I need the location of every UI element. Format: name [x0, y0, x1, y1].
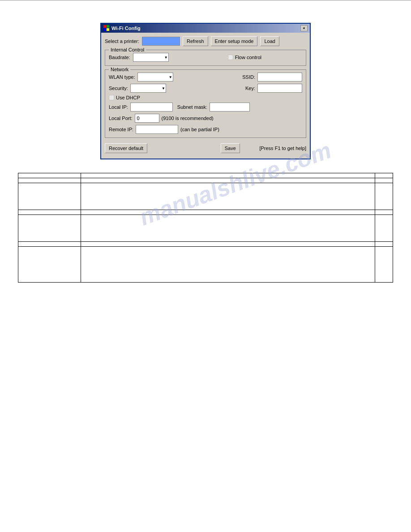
security-key-row: Security: ▼ Key: — [109, 84, 302, 93]
select-printer-label: Select a printer: — [105, 39, 139, 44]
table-row — [18, 247, 393, 283]
wifi-config-dialog: Wi-Fi Config × Select a printer: Refresh… — [100, 23, 311, 159]
ssid-field: SSID: — [242, 73, 302, 82]
key-input[interactable] — [257, 84, 302, 93]
table-cell — [18, 242, 81, 247]
flow-control-wrapper: Flow control — [228, 55, 261, 60]
local-ip-input[interactable] — [130, 103, 173, 112]
table-cell — [375, 210, 393, 215]
table-cell — [81, 242, 375, 247]
table-row — [18, 173, 393, 178]
table-cell — [81, 173, 375, 178]
recover-default-button[interactable]: Recover default — [105, 143, 147, 153]
table-cell — [18, 183, 81, 210]
ssid-label: SSID: — [242, 74, 255, 80]
wlan-type-field: WLAN type: ▼ — [109, 73, 238, 82]
enter-setup-mode-button[interactable]: Enter setup mode — [211, 36, 258, 46]
use-dhcp-label: Use DHCP — [116, 95, 140, 100]
table-cell — [375, 242, 393, 247]
table-row — [18, 183, 393, 210]
dialog-bottom-row: Recover default Save [Press F1 to get he… — [105, 142, 306, 155]
svg-rect-2 — [103, 28, 106, 31]
security-select-wrapper: ▼ — [130, 84, 166, 93]
flow-control-checkbox — [228, 55, 233, 60]
data-table — [18, 173, 393, 283]
subnet-mask-label: Subnet mask: — [177, 104, 207, 110]
titlebar-left: Wi-Fi Config — [103, 25, 141, 31]
refresh-button[interactable]: Refresh — [183, 36, 208, 46]
save-button[interactable]: Save — [221, 143, 240, 153]
wlan-ssid-row: WLAN type: ▼ SSID: — [109, 73, 302, 82]
subnet-mask-field: Subnet mask: — [177, 103, 250, 112]
table-row — [18, 210, 393, 215]
use-dhcp-wrapper: Use DHCP — [109, 95, 302, 100]
local-port-note: (9100 is recommended) — [162, 116, 214, 121]
table-cell — [18, 178, 81, 183]
local-port-input[interactable] — [135, 114, 159, 123]
key-field: Key: — [245, 84, 302, 93]
table-cell — [81, 215, 375, 242]
remote-ip-note: (can be partial IP) — [180, 127, 219, 132]
dialog-container: Wi-Fi Config × Select a printer: Refresh… — [18, 23, 393, 159]
printer-select-row: Select a printer: Refresh Enter setup mo… — [105, 36, 306, 46]
security-field: Security: ▼ — [109, 84, 241, 93]
internal-control-title: Internal Control — [109, 47, 146, 52]
dialog-title: Wi-Fi Config — [111, 26, 141, 31]
wlan-type-select-wrapper: ▼ — [137, 73, 173, 82]
table-row — [18, 215, 393, 242]
table-cell — [18, 210, 81, 215]
dialog-titlebar: Wi-Fi Config × — [101, 24, 310, 33]
table-cell — [375, 173, 393, 178]
local-port-label: Local Port: — [109, 116, 133, 121]
load-button[interactable]: Load — [260, 36, 279, 46]
flow-control-label: Flow control — [235, 55, 261, 60]
table-cell — [81, 178, 375, 183]
baudrate-row: Baudrate: ▼ Flow control — [109, 53, 302, 62]
internal-control-group: Internal Control Baudrate: ▼ Flow contro… — [105, 50, 306, 66]
svg-rect-3 — [107, 28, 109, 31]
help-text: [Press F1 to get help] — [259, 146, 306, 151]
svg-rect-0 — [103, 25, 106, 28]
table-cell — [18, 173, 81, 178]
wlan-type-label: WLAN type: — [109, 74, 135, 80]
table-cell — [18, 215, 81, 242]
baudrate-label: Baudrate: — [109, 55, 130, 60]
table-cell — [375, 247, 393, 283]
key-label: Key: — [245, 86, 255, 91]
table-cell — [81, 247, 375, 283]
wifi-icon — [103, 25, 110, 31]
remote-ip-input[interactable] — [136, 125, 178, 134]
table-cell — [81, 210, 375, 215]
security-label: Security: — [109, 86, 128, 91]
baudrate-select-wrapper: ▼ — [133, 53, 169, 62]
local-ip-subnet-row: Local IP: Subnet mask: — [109, 103, 302, 112]
table-cell — [375, 178, 393, 183]
table-cell — [18, 247, 81, 283]
network-title: Network — [109, 67, 130, 72]
svg-rect-1 — [107, 25, 109, 28]
table-cell — [375, 215, 393, 242]
dialog-body: Select a printer: Refresh Enter setup mo… — [101, 33, 310, 159]
printer-select[interactable] — [142, 37, 180, 46]
baudrate-select[interactable] — [133, 53, 169, 62]
table-cell — [375, 183, 393, 210]
wlan-type-select[interactable] — [137, 73, 173, 82]
security-select[interactable] — [130, 84, 166, 93]
local-port-row: Local Port: (9100 is recommended) — [109, 114, 302, 123]
ssid-input[interactable] — [257, 73, 302, 82]
remote-ip-row: Remote IP: (can be partial IP) — [109, 125, 302, 134]
local-ip-field: Local IP: — [109, 103, 173, 112]
close-button[interactable]: × — [300, 25, 308, 31]
local-ip-label: Local IP: — [109, 104, 128, 110]
subnet-mask-input[interactable] — [210, 103, 250, 112]
table-row — [18, 178, 393, 183]
table-row — [18, 242, 393, 247]
network-group: Network WLAN type: ▼ SSID: — [105, 69, 306, 138]
use-dhcp-checkbox — [109, 95, 114, 100]
remote-ip-label: Remote IP: — [109, 127, 133, 132]
table-cell — [81, 183, 375, 210]
